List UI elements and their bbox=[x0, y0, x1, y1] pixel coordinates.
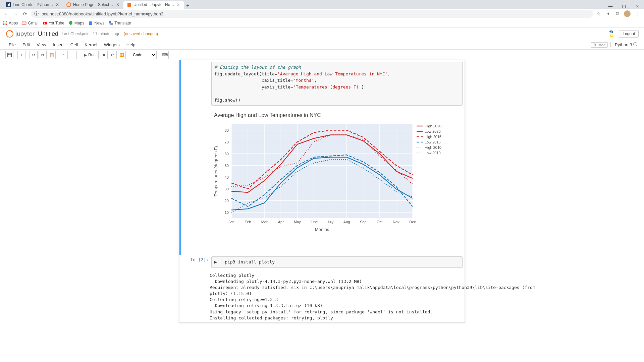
url-field[interactable]: ⓘ localhost:8888/notebooks/Untitled.ipyn… bbox=[31, 10, 593, 18]
chart-title: Average High and Low Temperatures in NYC bbox=[214, 112, 463, 118]
plotly-favicon bbox=[6, 2, 11, 7]
svg-text:May: May bbox=[294, 220, 301, 224]
output-prompt bbox=[179, 271, 210, 323]
jupyter-favicon bbox=[66, 2, 71, 7]
window-controls: — ▢ ✕ bbox=[604, 4, 644, 9]
svg-text:30: 30 bbox=[225, 187, 229, 191]
unsaved-indicator: (unsaved changes) bbox=[124, 32, 158, 36]
browser-tab-2[interactable]: Untitled - Jupyter Notebook ✕ bbox=[123, 1, 184, 9]
bookmark-youtube[interactable]: YouTube bbox=[43, 21, 64, 25]
back-button[interactable]: ← bbox=[3, 11, 9, 16]
svg-text:50: 50 bbox=[225, 164, 229, 168]
menu-insert[interactable]: Insert bbox=[49, 41, 67, 49]
browser-chrome: Line Charts | Python | Plotly ✕ Home Pag… bbox=[0, 0, 644, 27]
python-icon bbox=[607, 30, 615, 38]
menubar: File Edit View Insert Cell Kernel Widget… bbox=[0, 40, 644, 50]
bookmark-news[interactable]: News bbox=[88, 21, 104, 25]
apps-button[interactable]: Apps bbox=[3, 21, 18, 25]
checkpoint-text: Last Checkpoint: 11 minutes ago bbox=[62, 32, 120, 36]
minimize-icon[interactable]: — bbox=[604, 4, 617, 9]
trusted-indicator[interactable]: Trusted bbox=[591, 42, 608, 48]
svg-point-8 bbox=[6, 21, 7, 22]
svg-point-9 bbox=[3, 22, 4, 23]
svg-text:June: June bbox=[310, 220, 318, 224]
forward-button[interactable]: → bbox=[12, 11, 19, 16]
bookmark-label: Translate bbox=[114, 21, 131, 25]
svg-rect-2 bbox=[8, 4, 9, 6]
logout-button[interactable]: Logout bbox=[619, 30, 639, 38]
svg-rect-17 bbox=[89, 21, 92, 25]
code-cell-1[interactable]: # Editing the layout of the graph fig.up… bbox=[179, 60, 465, 109]
run-button[interactable]: ▶ Run bbox=[81, 51, 99, 59]
bookmark-gmail[interactable]: Gmail bbox=[22, 21, 38, 25]
menu-cell[interactable]: Cell bbox=[67, 41, 81, 49]
close-icon[interactable]: ✕ bbox=[176, 2, 180, 7]
close-window-icon[interactable]: ✕ bbox=[631, 4, 644, 9]
svg-point-22 bbox=[7, 36, 8, 37]
svg-text:20: 20 bbox=[225, 199, 229, 203]
svg-point-6 bbox=[3, 21, 4, 22]
plotly-chart[interactable]: 1020304050607080JanFebMarAprMayJuneJulyA… bbox=[211, 121, 453, 242]
move-down-button[interactable]: ↓ bbox=[69, 51, 77, 59]
svg-text:Low 2020: Low 2020 bbox=[425, 129, 441, 133]
menu-file[interactable]: File bbox=[5, 41, 19, 49]
star-icon[interactable]: ☆ bbox=[596, 11, 602, 16]
code-cell-2[interactable]: In [2]: ▶ ! pip3 install plotly bbox=[179, 255, 465, 271]
menu-widgets[interactable]: Widgets bbox=[101, 41, 123, 49]
cell-type-select[interactable]: Code bbox=[130, 51, 157, 59]
reload-button[interactable]: ⟳ bbox=[21, 11, 28, 16]
kernel-name[interactable]: Python 3 bbox=[610, 42, 639, 47]
code-editor[interactable]: ▶ ! pip3 install plotly bbox=[211, 256, 463, 268]
cut-button[interactable]: ✂ bbox=[30, 51, 38, 59]
command-palette-button[interactable]: ⌨ bbox=[161, 51, 169, 59]
menu-help[interactable]: Help bbox=[123, 41, 139, 49]
svg-point-12 bbox=[3, 24, 4, 25]
svg-point-21 bbox=[11, 31, 12, 32]
paste-button[interactable]: 📋 bbox=[48, 51, 56, 59]
jupyter-logo-icon bbox=[5, 29, 14, 38]
svg-text:Nov: Nov bbox=[393, 220, 399, 224]
svg-text:80: 80 bbox=[225, 128, 229, 132]
interrupt-button[interactable]: ■ bbox=[100, 51, 108, 59]
notebook-title[interactable]: Untitled bbox=[38, 31, 58, 38]
browser-tab-0[interactable]: Line Charts | Python | Plotly ✕ bbox=[3, 1, 63, 9]
tab-title: Line Charts | Python | Plotly bbox=[13, 2, 54, 7]
chrome-menu-icon[interactable]: ⋮ bbox=[634, 11, 640, 16]
svg-text:Low 2010: Low 2010 bbox=[425, 151, 441, 155]
output-cell-2: Collecting plotly Downloading plotly-4.1… bbox=[179, 271, 465, 323]
notebook-container: # Editing the layout of the graph fig.up… bbox=[0, 60, 644, 323]
site-info-icon[interactable]: ⓘ bbox=[34, 11, 39, 17]
restart-button[interactable]: ⟳ bbox=[109, 51, 117, 59]
reading-list-icon[interactable]: ⧉ bbox=[614, 11, 621, 16]
save-button[interactable]: 💾 bbox=[5, 51, 13, 59]
extensions-icon[interactable]: ✦ bbox=[605, 11, 611, 16]
bookmark-maps[interactable]: Maps bbox=[68, 21, 84, 25]
new-tab-button[interactable]: + bbox=[184, 3, 192, 9]
code-editor[interactable]: # Editing the layout of the graph fig.up… bbox=[211, 62, 463, 106]
svg-text:Apr: Apr bbox=[278, 220, 284, 224]
jupyter-brand-text: jupyter bbox=[15, 30, 35, 38]
svg-text:Dec: Dec bbox=[409, 220, 416, 224]
browser-tab-1[interactable]: Home Page - Select or create a n ✕ bbox=[63, 1, 123, 9]
add-cell-button[interactable]: + bbox=[17, 51, 25, 59]
close-icon[interactable]: ✕ bbox=[56, 2, 60, 7]
profile-avatar[interactable] bbox=[624, 10, 631, 17]
move-up-button[interactable]: ↑ bbox=[60, 51, 68, 59]
bookmark-translate[interactable]: Translate bbox=[108, 21, 131, 25]
menu-view[interactable]: View bbox=[33, 41, 49, 49]
svg-rect-1 bbox=[7, 5, 7, 6]
svg-point-11 bbox=[6, 22, 7, 23]
maximize-icon[interactable]: ▢ bbox=[617, 4, 631, 9]
input-prompt bbox=[181, 60, 211, 109]
tab-title: Untitled - Jupyter Notebook bbox=[133, 2, 174, 7]
bookmark-label: Apps bbox=[9, 21, 18, 25]
notebook-favicon bbox=[127, 2, 131, 7]
menu-kernel[interactable]: Kernel bbox=[81, 41, 101, 49]
bookmarks-bar: Apps Gmail YouTube Maps News Translate bbox=[0, 19, 644, 27]
svg-text:July: July bbox=[327, 220, 334, 224]
restart-run-all-button[interactable]: ⏩ bbox=[118, 51, 126, 59]
jupyter-logo[interactable]: jupyter bbox=[5, 29, 35, 38]
copy-button[interactable]: ⧉ bbox=[39, 51, 47, 59]
menu-edit[interactable]: Edit bbox=[19, 41, 33, 49]
close-icon[interactable]: ✕ bbox=[116, 2, 120, 7]
